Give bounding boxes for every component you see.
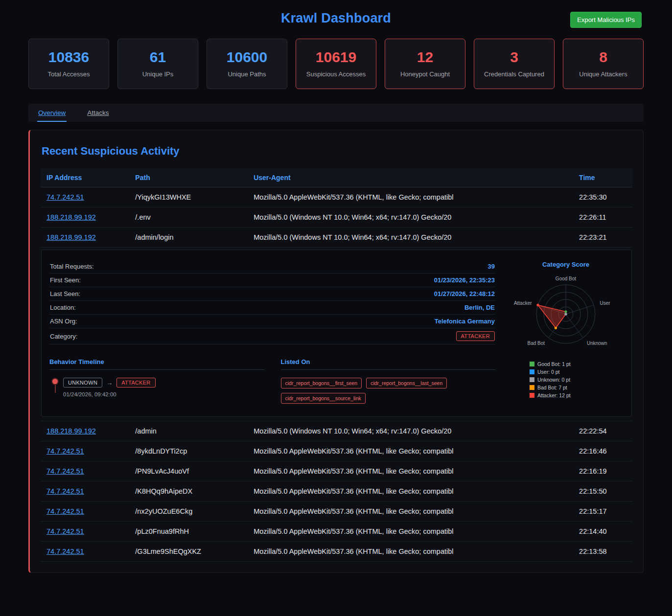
- path-cell: /8ykdLnDYTi2cp: [129, 441, 248, 461]
- path-cell: /nx2yUOZuE6Ckg: [129, 502, 248, 522]
- legend-swatch: [530, 362, 534, 366]
- category-score-section: Category Score Good BotUserUnknownBad Bo…: [508, 258, 624, 404]
- legend-label: Unknown: 0 pt: [537, 377, 570, 383]
- ip-address-link[interactable]: 74.7.242.51: [46, 487, 84, 495]
- stat-value: 10836: [33, 49, 105, 66]
- suspicious-activity-panel: Recent Suspicious Activity IP AddressPat…: [28, 130, 644, 573]
- stats-row: 10836 Total Accesses 61 Unique IPs 10600…: [28, 39, 644, 89]
- legend-swatch: [530, 377, 534, 382]
- path-cell: /PN9LvAcJ4uoVf: [129, 461, 248, 481]
- table-row[interactable]: 74.7.242.51 /YiqykGI13WHXE Mozilla/5.0 A…: [41, 187, 632, 207]
- svg-text:Attacker: Attacker: [514, 300, 532, 306]
- table-row[interactable]: 74.7.242.51 /PN9LvAcJ4uoVf Mozilla/5.0 A…: [41, 461, 632, 481]
- tab-overview[interactable]: Overview: [37, 104, 67, 122]
- detail-field-value: 39: [488, 263, 495, 270]
- time-cell: 22:16:19: [573, 461, 632, 481]
- column-header-time: Time: [573, 168, 632, 187]
- stat-card: 8 Unique Attackers: [563, 39, 644, 89]
- header: Krawl Dashboard Export Malicious IPs: [0, 0, 672, 31]
- legend-swatch: [530, 393, 534, 398]
- column-header-path: Path: [129, 168, 248, 187]
- table-row[interactable]: 74.7.242.51 /8ykdLnDYTi2cp Mozilla/5.0 A…: [41, 441, 632, 461]
- stat-card: 12 Honeypot Caught: [385, 39, 465, 89]
- stat-value: 12: [389, 49, 461, 66]
- stat-label: Honeypot Caught: [389, 70, 461, 78]
- table-row[interactable]: 74.7.242.51 /nx2yUOZuE6Ckg Mozilla/5.0 A…: [41, 502, 632, 522]
- table-row[interactable]: 74.7.242.51 /pLz0Fnua9fRhH Mozilla/5.0 A…: [41, 522, 632, 542]
- category-badge: ATTACKER: [456, 331, 495, 341]
- blocklist-badge[interactable]: cidr_report_bogons__first_seen: [281, 378, 362, 388]
- tab-bar: OverviewAttacks: [28, 104, 644, 122]
- detail-field-value: 01/27/2026, 22:48:12: [434, 290, 495, 297]
- detail-field-value: 01/23/2026, 22:35:23: [434, 276, 495, 284]
- blocklist-badge[interactable]: cidr_report_bogons__source_link: [281, 393, 366, 404]
- time-cell: 22:13:58: [573, 542, 632, 562]
- table-row[interactable]: 74.7.242.51 /K8HQq9hAipeDX Mozilla/5.0 A…: [41, 481, 632, 502]
- user-agent-cell: Mozilla/5.0 AppleWebKit/537.36 (KHTML, l…: [248, 522, 573, 542]
- stat-label: Unique Attackers: [567, 70, 639, 78]
- ip-address-link[interactable]: 188.218.99.192: [46, 213, 96, 221]
- ip-address-link[interactable]: 74.7.242.51: [46, 467, 84, 475]
- stat-card: 10836 Total Accesses: [28, 39, 109, 89]
- detail-field-row: Category:ATTACKER: [49, 328, 495, 344]
- ip-address-link[interactable]: 74.7.242.51: [46, 548, 84, 555]
- user-agent-cell: Mozilla/5.0 AppleWebKit/537.36 (KHTML, l…: [248, 481, 573, 502]
- legend-item: Unknown: 0 pt: [530, 377, 624, 383]
- stat-label: Total Accesses: [33, 70, 105, 78]
- table-row[interactable]: 188.218.99.192 /.env Mozilla/5.0 (Window…: [41, 207, 632, 228]
- time-cell: 22:16:46: [573, 441, 632, 461]
- user-agent-cell: Mozilla/5.0 AppleWebKit/537.36 (KHTML, l…: [248, 542, 573, 562]
- path-cell: /.env: [129, 207, 248, 228]
- path-cell: /pLz0Fnua9fRhH: [129, 522, 248, 542]
- legend-item: Attacker: 12 pt: [530, 392, 624, 398]
- tab-attacks[interactable]: Attacks: [86, 104, 110, 122]
- svg-text:User: User: [600, 300, 610, 306]
- stat-value: 3: [478, 49, 550, 66]
- legend-item: Good Bot: 1 pt: [530, 361, 624, 367]
- ip-address-link[interactable]: 74.7.242.51: [46, 193, 84, 201]
- stat-value: 10600: [211, 49, 283, 66]
- ip-address-link[interactable]: 188.218.99.192: [46, 427, 96, 435]
- legend-label: Bad Bot: 7 pt: [537, 385, 567, 390]
- stat-label: Unique Paths: [211, 70, 283, 78]
- ip-address-link[interactable]: 74.7.242.51: [46, 447, 84, 455]
- table-row[interactable]: 188.218.99.192 /admin/login Mozilla/5.0 …: [41, 228, 632, 248]
- stat-value: 8: [567, 49, 639, 66]
- ip-address-link[interactable]: 74.7.242.51: [46, 527, 84, 535]
- export-malicious-ips-button[interactable]: Export Malicious IPs: [570, 12, 642, 28]
- stat-label: Unique IPs: [122, 70, 194, 78]
- page-title: Krawl Dashboard: [30, 11, 642, 26]
- radar-chart-title: Category Score: [508, 261, 624, 268]
- krawl-dashboard-page: Krawl Dashboard Export Malicious IPs 108…: [0, 0, 672, 616]
- user-agent-cell: Mozilla/5.0 (Windows NT 10.0; Win64; x64…: [248, 228, 573, 248]
- path-cell: /admin: [129, 421, 248, 441]
- table-row[interactable]: 188.218.99.192 /admin Mozilla/5.0 (Windo…: [41, 421, 632, 441]
- user-agent-cell: Mozilla/5.0 (Windows NT 10.0; Win64; x64…: [248, 207, 573, 228]
- blocklist-badge[interactable]: cidr_report_bogons__last_seen: [366, 378, 447, 388]
- user-agent-cell: Mozilla/5.0 AppleWebKit/537.36 (KHTML, l…: [248, 187, 573, 207]
- ip-detail-info: Total Requests:39First Seen:01/23/2026, …: [49, 258, 495, 404]
- detail-field-value: Berlin, DE: [464, 304, 495, 311]
- behavior-timeline-section: Behavior Timeline UNKNOWN →: [49, 358, 264, 404]
- category-score-radar-chart: Good BotUserUnknownBad BotAttacker: [508, 271, 624, 355]
- ip-address-link[interactable]: 188.218.99.192: [46, 233, 96, 241]
- svg-text:Good Bot: Good Bot: [556, 276, 576, 281]
- listed-on-section: Listed On cidr_report_bogons__first_seen…: [281, 358, 496, 404]
- time-cell: 22:15:50: [573, 481, 632, 502]
- svg-text:Unknown: Unknown: [587, 341, 607, 346]
- detail-field-label: Last Seen:: [50, 290, 80, 297]
- legend-label: Good Bot: 1 pt: [537, 361, 571, 367]
- table-row[interactable]: 74.7.242.51 /G3Lme9ShEQgXKZ Mozilla/5.0 …: [41, 542, 632, 562]
- ip-address-link[interactable]: 74.7.242.51: [46, 507, 84, 515]
- timeline-marker-icon: [52, 378, 58, 393]
- radar-legend: Good Bot: 1 ptUser: 0 ptUnknown: 0 ptBad…: [530, 361, 624, 398]
- detail-row: Total Requests:39First Seen:01/23/2026, …: [41, 248, 632, 421]
- legend-item: User: 0 pt: [530, 369, 624, 375]
- legend-swatch: [530, 385, 534, 390]
- detail-field-label: Category:: [50, 333, 77, 340]
- path-cell: /admin/login: [129, 228, 248, 248]
- panel-title: Recent Suspicious Activity: [42, 145, 632, 158]
- time-cell: 22:14:40: [573, 522, 632, 542]
- detail-field-label: Total Requests:: [50, 263, 94, 270]
- stat-card: 3 Credentials Captured: [474, 39, 555, 89]
